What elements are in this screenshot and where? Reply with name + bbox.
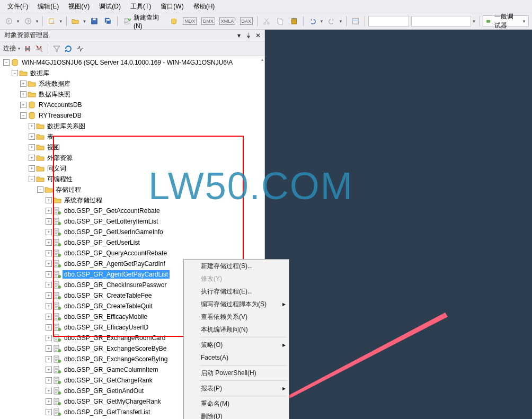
stored-proc-node[interactable]: +dbo.GSP_GP_GetUserInGameInfo [0, 227, 264, 237]
chevron-down-icon[interactable]: ▼ [472, 19, 476, 24]
ctx-policies[interactable]: 策略(O) [184, 338, 289, 351]
connect-button[interactable]: 连接 [3, 44, 16, 53]
menu-debug[interactable]: 调试(D) [96, 1, 124, 12]
svg-point-37 [58, 264, 61, 268]
stored-proc-node[interactable]: +dbo.GSP_GP_GetAccountRebate [0, 206, 264, 216]
svg-point-35 [58, 254, 61, 257]
debugger-label: 一般调试器 [494, 12, 520, 30]
db-query-icon[interactable] [168, 15, 180, 27]
proc-label: dbo.GSP_GR_EfficacyUserID [63, 323, 150, 332]
svg-point-49 [58, 328, 61, 331]
properties-button[interactable] [350, 15, 361, 27]
new-query-label: 新建查询(N) [134, 13, 163, 30]
save-all-button[interactable] [102, 15, 114, 27]
views-node[interactable]: +视图 [0, 142, 264, 153]
svg-rect-21 [25, 48, 30, 50]
chevron-down-icon[interactable]: ▾ [18, 46, 20, 51]
database-node-rytreasure[interactable]: −RYTreasureDB [0, 110, 264, 121]
panel-title-bar: 对象资源管理器 ▾ ✕ [0, 30, 264, 41]
system-sp-node[interactable]: +系统存储过程 [0, 195, 264, 206]
svg-point-27 [58, 211, 61, 215]
programmability-node[interactable]: −可编程性 [0, 174, 264, 184]
database-snapshots-node[interactable]: +数据库快照 [0, 89, 264, 100]
ctx-rename[interactable]: 重命名(M) [184, 397, 289, 410]
cut-button[interactable] [261, 15, 272, 27]
proc-label: dbo.GSP_GP_QueryAccountRebate [63, 249, 169, 257]
chevron-down-icon[interactable]: ▼ [320, 19, 324, 24]
stored-proc-node[interactable]: +dbo.GSP_GP_QueryAccountRebate [0, 248, 264, 258]
menu-view[interactable]: 视图(V) [65, 1, 93, 12]
diagrams-node[interactable]: +数据库关系图 [0, 121, 264, 131]
svg-point-57 [58, 370, 61, 373]
ctx-new-sp[interactable]: 新建存储过程(S)... [184, 260, 289, 272]
pin-icon[interactable] [244, 31, 253, 40]
activity-icon[interactable] [76, 44, 84, 53]
server-node[interactable]: − WIN-M4GJ1OSNJU6 (SQL Server 14.0.1000.… [0, 57, 264, 68]
new-query-button[interactable]: + 新建查询(N) [121, 13, 166, 30]
search-input[interactable] [368, 16, 410, 26]
svg-point-45 [58, 307, 61, 310]
open-file-button[interactable] [69, 15, 81, 27]
paste-button[interactable] [288, 15, 300, 27]
chevron-down-icon[interactable]: ▼ [35, 19, 39, 24]
stored-procedures-node[interactable]: −存储过程 [0, 184, 264, 195]
refresh-icon[interactable] [64, 44, 73, 53]
database-node-ryaccounts[interactable]: +RYAccountsDB [0, 100, 264, 110]
chevron-down-icon[interactable]: ▼ [339, 19, 343, 24]
svg-point-33 [58, 243, 61, 246]
ctx-native-compile[interactable]: 本机编译顾问(N) [184, 323, 289, 336]
ctx-powershell[interactable]: 启动 PowerShell(H) [184, 367, 289, 379]
close-icon[interactable]: ✕ [254, 31, 262, 40]
undo-button[interactable] [307, 15, 318, 27]
redo-button[interactable] [326, 15, 338, 27]
chevron-down-icon[interactable]: ▼ [82, 19, 86, 24]
dax-icon[interactable]: DAX [238, 15, 254, 27]
menu-window[interactable]: 窗口(W) [157, 1, 187, 12]
filter-icon[interactable] [52, 44, 61, 53]
chevron-down-icon[interactable]: ▼ [59, 19, 63, 24]
proc-label: dbo.GSP_GR_CreateTableFee [63, 291, 153, 300]
svg-point-65 [58, 413, 61, 416]
dmx-icon[interactable]: DMX [200, 15, 216, 27]
system-databases-node[interactable]: +系统数据库 [0, 78, 264, 89]
disconnect-icon[interactable] [35, 44, 43, 53]
chevron-down-icon[interactable]: ▼ [16, 19, 20, 24]
search-input-2[interactable] [411, 16, 471, 26]
panel-toolbar: 连接 ▾ [0, 41, 264, 56]
connect-icon[interactable] [23, 44, 32, 53]
databases-node[interactable]: − 数据库 [0, 68, 264, 78]
ctx-view-dependencies[interactable]: 查看依赖关系(V) [184, 310, 289, 323]
ctx-script-as[interactable]: 编写存储过程脚本为(S) [184, 298, 289, 310]
svg-point-39 [58, 275, 61, 278]
svg-point-53 [58, 349, 61, 352]
copy-button[interactable] [274, 15, 286, 27]
synonyms-node[interactable]: +同义词 [0, 163, 264, 174]
ctx-reports[interactable]: 报表(P) [184, 382, 289, 395]
menu-file[interactable]: 文件(F) [4, 1, 31, 12]
menu-edit[interactable]: 编辑(E) [34, 1, 62, 12]
save-button[interactable] [88, 15, 100, 27]
xmla-icon[interactable]: XMLA [218, 15, 236, 27]
ctx-delete[interactable]: 删除(D) [184, 410, 289, 419]
svg-point-47 [58, 317, 61, 320]
window-dropdown-icon[interactable]: ▾ [235, 31, 243, 40]
nav-forward-button[interactable] [22, 15, 34, 27]
stored-proc-node[interactable]: +dbo.GSP_GP_GetUserList [0, 237, 264, 248]
ctx-facets[interactable]: Facets(A) [184, 351, 289, 364]
proc-label: dbo.GSP_GP_GetLotteryItemList [63, 217, 159, 226]
mdx-icon[interactable]: MDX [182, 15, 198, 27]
external-resources-node[interactable]: +外部资源 [0, 153, 264, 163]
proc-label: dbo.GSP_GR_ExchangeRoomCard [63, 334, 167, 342]
menu-tools[interactable]: 工具(T) [127, 1, 154, 12]
stored-proc-node[interactable]: +dbo.GSP_GP_GetLotteryItemList [0, 216, 264, 227]
svg-rect-19 [353, 20, 359, 21]
svg-point-41 [58, 286, 61, 289]
ctx-exec[interactable]: 执行存储过程(E)... [184, 285, 289, 298]
proc-label: dbo.GSP_GR_CheckInsurePasswor [63, 281, 168, 289]
tables-node[interactable]: +表 [0, 131, 264, 142]
new-project-button[interactable] [46, 15, 58, 27]
svg-point-51 [58, 338, 61, 342]
menu-help[interactable]: 帮助(H) [190, 1, 218, 12]
nav-back-button[interactable] [3, 15, 15, 27]
debugger-combo[interactable]: 一般调试器 ▼ [483, 15, 529, 27]
